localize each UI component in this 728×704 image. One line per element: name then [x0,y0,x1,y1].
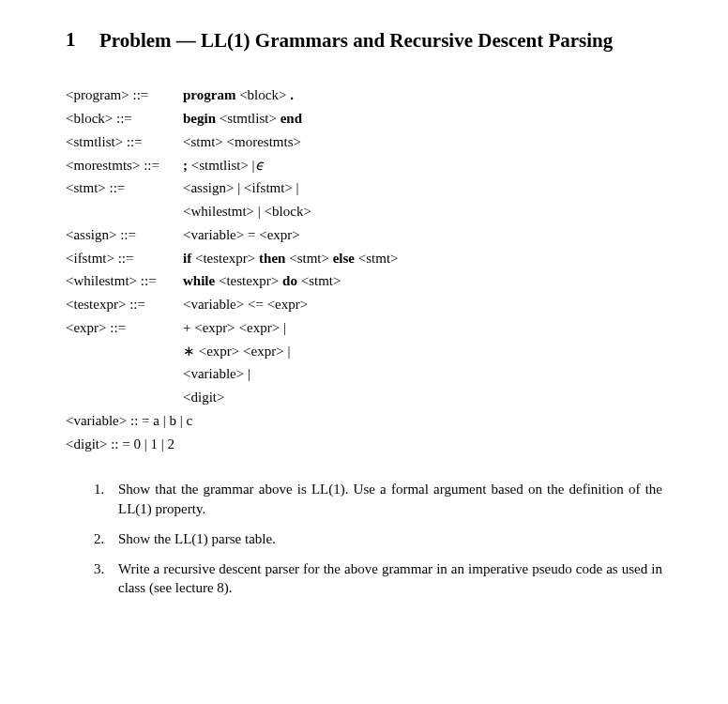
grammar-lhs: <testexpr> ::= [66,293,183,316]
grammar-rhs: <variable> | [183,362,250,386]
grammar-rule: <block> ::=begin <stmtlist> end [66,107,662,130]
grammar-block: <program> ::=program <block> .<block> ::… [66,84,662,455]
grammar-rule-full: <digit> :: = 0 | 1 | 2 [66,433,174,456]
grammar-rhs: <digit> [183,386,224,409]
question-item: 3.Write a recursive descent parser for t… [94,559,662,598]
question-number: 3. [94,559,114,598]
grammar-lhs: <program> ::= [66,84,183,107]
question-text: Write a recursive descent parser for the… [118,559,662,598]
grammar-rhs: program <block> . [183,84,294,107]
grammar-rhs: begin <stmtlist> end [183,107,302,130]
grammar-rule: <digit> [66,386,662,409]
question-number: 2. [94,529,114,548]
grammar-rhs: ; <stmtlist> |ϵ [183,154,264,177]
grammar-lhs: <morestmts> ::= [66,154,183,177]
grammar-rule: <whilestmt> | <block> [66,200,662,223]
grammar-rhs: while <testexpr> do <stmt> [183,269,341,293]
section-header: 1 Problem — LL(1) Grammars and Recursive… [66,28,662,54]
question-number: 1. [94,480,114,518]
grammar-rule: <assign> ::=<variable> = <expr> [66,223,662,247]
grammar-rule: <stmtlist> ::=<stmt> <morestmts> [66,130,662,154]
grammar-rhs: <variable> = <expr> [183,223,300,247]
section-title: Problem — LL(1) Grammars and Recursive D… [99,28,613,54]
grammar-lhs: <whilestmt> ::= [66,269,183,293]
grammar-rule: ∗ <expr> <expr> | [66,340,662,363]
grammar-rule: <ifstmt> ::=if <testexpr> then <stmt> el… [66,247,662,270]
grammar-rhs: <stmt> <morestmts> [183,130,301,154]
question-list: 1.Show that the grammar above is LL(1). … [94,480,662,597]
grammar-lhs: <block> ::= [66,107,183,130]
grammar-rhs: <whilestmt> | <block> [183,200,311,223]
question-item: 2.Show the LL(1) parse table. [94,529,662,548]
grammar-rhs: + <expr> <expr> | [183,316,286,340]
grammar-rule: <program> ::=program <block> . [66,84,662,107]
question-text: Show that the grammar above is LL(1). Us… [118,480,662,518]
grammar-rule: <whilestmt> ::=while <testexpr> do <stmt… [66,269,662,293]
grammar-lhs: <assign> ::= [66,223,183,247]
grammar-rule: <expr> ::=+ <expr> <expr> | [66,316,662,340]
grammar-rhs: ∗ <expr> <expr> | [183,340,290,363]
grammar-rule: <morestmts> ::=; <stmtlist> |ϵ [66,154,662,177]
grammar-rule: <digit> :: = 0 | 1 | 2 [66,433,662,456]
grammar-rhs: if <testexpr> then <stmt> else <stmt> [183,247,399,270]
grammar-rule: <stmt> ::=<assign> | <ifstmt> | [66,176,662,200]
section-number: 1 [66,28,83,52]
grammar-rule-full: <variable> :: = a | b | c [66,409,192,433]
grammar-rhs: <variable> <= <expr> [183,293,308,316]
grammar-lhs: <ifstmt> ::= [66,247,183,270]
question-item: 1.Show that the grammar above is LL(1). … [94,480,662,518]
grammar-lhs: <expr> ::= [66,316,183,340]
grammar-rule: <testexpr> ::=<variable> <= <expr> [66,293,662,316]
grammar-lhs: <stmtlist> ::= [66,130,183,154]
question-text: Show the LL(1) parse table. [118,529,276,548]
grammar-lhs: <stmt> ::= [66,176,183,200]
grammar-rhs: <assign> | <ifstmt> | [183,176,299,200]
grammar-rule: <variable> | [66,362,662,386]
grammar-rule: <variable> :: = a | b | c [66,409,662,433]
